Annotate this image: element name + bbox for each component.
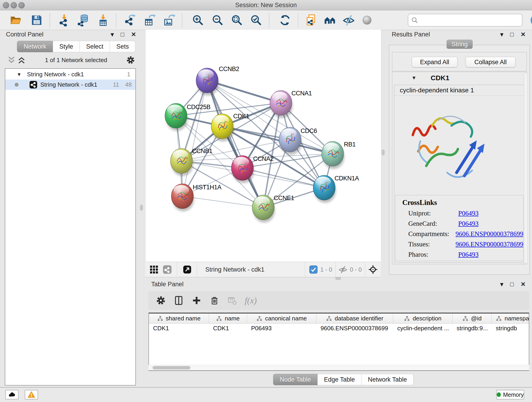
network-row[interactable]: String Network - cdk1 11 48 bbox=[5, 80, 135, 90]
gear-icon[interactable] bbox=[126, 55, 136, 65]
search-input[interactable] bbox=[408, 14, 522, 27]
network-collection-row[interactable]: ▼ String Network - cdk1 1 bbox=[5, 69, 135, 80]
node-table: shared namenamecanonical namedatabase id… bbox=[148, 313, 529, 371]
panel-close-icon[interactable]: ✕ bbox=[131, 31, 136, 38]
tab-select[interactable]: Select bbox=[80, 41, 110, 52]
network-overview-icon[interactable] bbox=[162, 264, 172, 274]
memory-button[interactable]: Memory bbox=[496, 390, 524, 400]
network-node-CCNB1[interactable] bbox=[171, 148, 193, 176]
help-button[interactable]: ? bbox=[531, 14, 532, 26]
network-node-RB1[interactable] bbox=[322, 141, 344, 169]
tab-network[interactable]: Network bbox=[17, 41, 53, 52]
zoom-fit-content-icon[interactable] bbox=[230, 14, 243, 27]
node-label-CCNE1: CCNE1 bbox=[274, 195, 294, 201]
column-header-canonical-name[interactable]: canonical name bbox=[247, 313, 317, 323]
import-table-file-icon[interactable] bbox=[97, 14, 109, 27]
panel-menu-icon[interactable]: ▾ bbox=[111, 31, 114, 38]
zoom-out-icon[interactable] bbox=[211, 14, 224, 27]
grid-view-icon[interactable] bbox=[149, 264, 159, 274]
tab-sets[interactable]: Sets bbox=[110, 41, 135, 52]
collection-count: 1 bbox=[127, 71, 130, 78]
splitter-handle[interactable] bbox=[140, 205, 143, 211]
network-node-CDC6[interactable] bbox=[279, 127, 302, 155]
tab-style[interactable]: Style bbox=[53, 41, 80, 52]
table-settings-gear-icon[interactable] bbox=[155, 295, 166, 306]
delete-table-icon bbox=[227, 295, 238, 306]
column-header-database-identifier[interactable]: database identifier bbox=[317, 313, 393, 323]
column-header-name[interactable]: name bbox=[209, 313, 247, 323]
tab-node-table[interactable]: Node Table bbox=[273, 374, 317, 385]
save-session-icon[interactable] bbox=[30, 14, 43, 27]
network-node-CDKN1A[interactable] bbox=[313, 175, 336, 203]
tab-edge-table[interactable]: Edge Table bbox=[317, 374, 361, 385]
gene-details: cyclin-dependent kinase 1 bbox=[394, 85, 525, 263]
network-selection-status: 1 of 1 Network selected bbox=[45, 57, 107, 64]
export-table-icon[interactable] bbox=[143, 14, 156, 27]
import-network-file-icon[interactable] bbox=[58, 14, 70, 27]
network-node-CDK1[interactable] bbox=[211, 114, 234, 141]
birds-eye-view-icon[interactable] bbox=[323, 14, 336, 27]
zoom-in-icon[interactable] bbox=[191, 14, 204, 27]
panel-close-icon[interactable]: ✕ bbox=[520, 31, 526, 38]
warning-button[interactable] bbox=[25, 390, 38, 400]
network-node-CCNA1[interactable] bbox=[270, 90, 293, 118]
panel-menu-icon[interactable]: ▾ bbox=[500, 31, 503, 38]
expand-all-button[interactable]: Expand All bbox=[412, 57, 457, 67]
network-node-CCNB2[interactable] bbox=[196, 68, 219, 96]
column-header-description[interactable]: description bbox=[393, 313, 452, 323]
panel-float-icon[interactable]: □ bbox=[510, 281, 514, 288]
network-canvas[interactable]: CCNB2CCNA1CDC25BCDK1CDC6RB1CCNB1CCNA2CDK… bbox=[145, 30, 381, 262]
crosslink-row: Uniprot:P06493 bbox=[395, 208, 523, 218]
export-network-icon[interactable] bbox=[123, 14, 136, 27]
tab-string[interactable]: String bbox=[447, 40, 473, 49]
panel-close-icon[interactable]: ✕ bbox=[520, 281, 526, 288]
network-node-CDC25B[interactable] bbox=[165, 103, 188, 131]
gene-header-row[interactable]: ▼ CDK1 bbox=[392, 72, 526, 84]
show-columns-icon[interactable] bbox=[173, 295, 184, 306]
network-node-CCNA2[interactable] bbox=[231, 156, 254, 183]
node-label-CDC25B: CDC25B bbox=[187, 104, 210, 110]
detach-view-icon[interactable] bbox=[182, 264, 192, 274]
selected-checkbox-icon[interactable] bbox=[308, 264, 318, 274]
column-header-namespace[interactable]: namespace bbox=[492, 313, 529, 323]
crosslink-value-link[interactable]: P06493 bbox=[458, 210, 479, 217]
collapse-all-icon[interactable] bbox=[6, 55, 17, 65]
network-node-CCNE1[interactable] bbox=[252, 195, 275, 223]
results-scrollbar[interactable] bbox=[524, 73, 528, 263]
splitter-handle[interactable] bbox=[382, 149, 385, 155]
hide-selected-icon[interactable] bbox=[342, 14, 355, 27]
collection-expander-icon[interactable]: ▼ bbox=[17, 72, 22, 77]
zoom-selected-icon[interactable] bbox=[250, 14, 263, 27]
table-horizontal-scrollbar[interactable] bbox=[148, 365, 529, 370]
network-node-HIST1H1A[interactable] bbox=[171, 184, 194, 211]
splitter-handle[interactable] bbox=[335, 277, 341, 280]
crosslink-value-link[interactable]: 9606.ENSP00000378699 bbox=[456, 240, 523, 248]
collapse-all-button[interactable]: Collapse All bbox=[466, 57, 515, 67]
crosslink-value-link[interactable]: 9606.ENSP00000378699 bbox=[456, 230, 523, 238]
cloud-button[interactable] bbox=[5, 390, 19, 400]
table-cell: stringdb bbox=[492, 325, 529, 332]
import-network-database-icon[interactable] bbox=[77, 14, 90, 27]
open-session-icon[interactable] bbox=[9, 14, 22, 27]
center-view-icon[interactable] bbox=[368, 264, 378, 274]
export-image-icon[interactable] bbox=[163, 14, 176, 27]
network-from-selection-icon[interactable] bbox=[305, 14, 317, 27]
panel-float-icon[interactable]: □ bbox=[510, 31, 514, 38]
add-column-icon[interactable] bbox=[191, 295, 202, 306]
column-header-shared-name[interactable]: shared name bbox=[149, 313, 209, 323]
hidden-eye-icon[interactable] bbox=[338, 264, 348, 274]
panel-float-icon[interactable]: □ bbox=[120, 31, 124, 38]
tab-network-table[interactable]: Network Table bbox=[361, 374, 414, 385]
column-header--id[interactable]: @id bbox=[452, 313, 492, 323]
panel-menu-icon[interactable]: ▾ bbox=[500, 281, 503, 288]
expand-all-icon[interactable] bbox=[17, 55, 27, 65]
gene-expander-icon[interactable]: ▼ bbox=[412, 75, 417, 81]
table-row[interactable]: CDK1CDK1P064939606.ENSP00000378699cyclin… bbox=[149, 324, 529, 333]
gene-section: ▼ CDK1 cyclin-dependent kinase 1 bbox=[392, 72, 527, 264]
delete-column-trash-icon[interactable] bbox=[209, 295, 220, 306]
network-edge bbox=[182, 196, 263, 207]
crosslink-value-link[interactable]: P06493 bbox=[458, 251, 479, 258]
scrollbar-thumb[interactable] bbox=[152, 366, 190, 370]
apply-preferred-layout-icon[interactable] bbox=[279, 14, 291, 27]
crosslink-value-link[interactable]: P06493 bbox=[458, 220, 479, 227]
